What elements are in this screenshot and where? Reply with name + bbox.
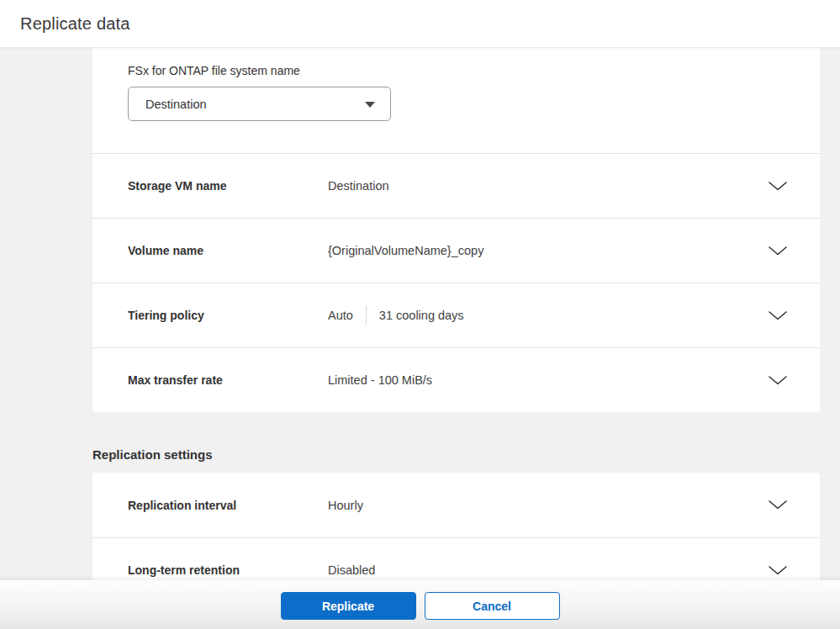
chevron-down-icon[interactable] [768, 309, 788, 321]
accordion-row-volume-name[interactable]: Volume name {OriginalVolumeName}_copy [92, 218, 820, 283]
accordion-row-tiering-policy[interactable]: Tiering policy Auto 31 cooling days [92, 283, 820, 347]
file-system-select[interactable]: Destination [128, 87, 391, 121]
accordion-row-replication-interval[interactable]: Replication interval Hourly [92, 473, 820, 537]
dialog-header: Replicate data [0, 0, 840, 48]
footer-action-bar: Replicate Cancel [0, 580, 840, 629]
accordion-row-max-transfer-rate[interactable]: Max transfer rate Limited - 100 MiB/s [92, 347, 820, 412]
row-value: Hourly [328, 499, 363, 512]
page-title: Replicate data [20, 14, 130, 34]
accordion-row-storage-vm-name[interactable]: Storage VM name Destination [92, 153, 820, 218]
row-value: Limited - 100 MiB/s [328, 373, 432, 387]
row-label: Replication interval [128, 499, 328, 512]
cancel-button[interactable]: Cancel [425, 592, 560, 620]
tiering-cooling-days: 31 cooling days [379, 309, 464, 322]
tiering-policy-mode: Auto [328, 309, 353, 322]
row-value: {OriginalVolumeName}_copy [328, 244, 483, 257]
chevron-down-icon[interactable] [768, 374, 788, 386]
value-divider [366, 306, 367, 325]
row-value: Disabled [328, 563, 375, 577]
file-system-section: FSx for ONTAP file system name Destinati… [92, 48, 820, 153]
content-area: FSx for ONTAP file system name Destinati… [0, 48, 840, 629]
chevron-down-icon[interactable] [768, 180, 788, 192]
chevron-down-icon[interactable] [768, 564, 788, 576]
replicate-button[interactable]: Replicate [281, 592, 416, 620]
row-label: Storage VM name [128, 179, 328, 193]
row-label: Max transfer rate [128, 373, 328, 387]
row-label: Tiering policy [128, 309, 328, 322]
row-value: Auto 31 cooling days [328, 306, 464, 325]
destination-settings-card: FSx for ONTAP file system name Destinati… [92, 48, 820, 412]
chevron-down-icon[interactable] [768, 245, 788, 256]
file-system-label: FSx for ONTAP file system name [128, 64, 820, 77]
caret-down-icon [365, 102, 375, 108]
row-label: Volume name [128, 244, 328, 257]
chevron-down-icon[interactable] [768, 500, 788, 511]
row-label: Long-term retention [128, 563, 328, 577]
row-value: Destination [328, 179, 389, 193]
replication-settings-heading: Replication settings [92, 412, 840, 473]
file-system-selected-value: Destination [145, 98, 207, 111]
